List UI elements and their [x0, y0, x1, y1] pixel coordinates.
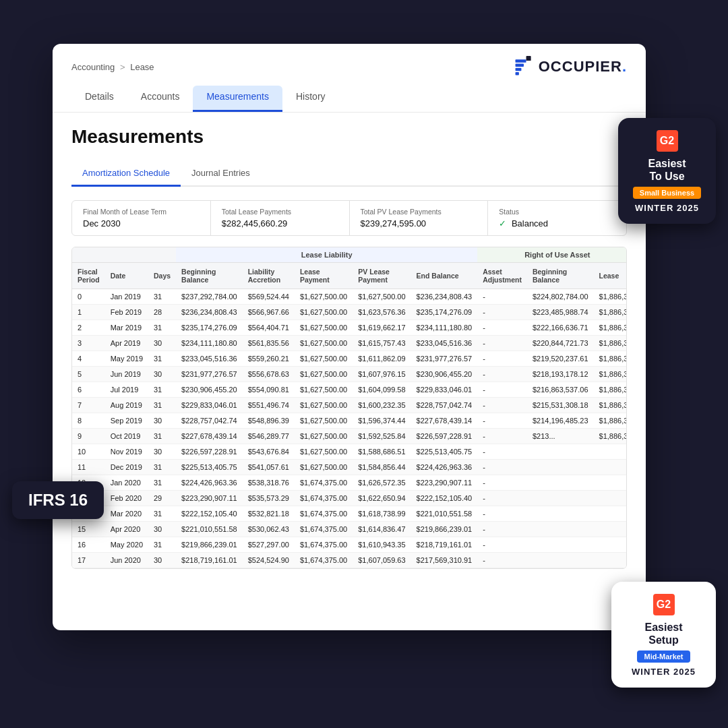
table-cell: $223,290,907.11	[411, 475, 478, 491]
page-title: Measurements	[71, 126, 627, 148]
summary-row: Final Month of Lease Term Dec 2030 Total…	[71, 200, 627, 236]
table-cell: $556,678.63	[243, 367, 295, 382]
table-cell: 5	[72, 367, 105, 382]
breadcrumb-accounting[interactable]: Accounting	[71, 62, 115, 72]
table-cell: -	[477, 305, 527, 320]
summary-lease-term: Final Month of Lease Term Dec 2030	[72, 201, 211, 235]
table-cell: $1,886,31	[594, 289, 627, 305]
table-cell: 30	[148, 336, 176, 351]
table-cell	[594, 491, 627, 506]
table-cell	[594, 506, 627, 522]
table-cell: $227,678,439.14	[176, 429, 243, 444]
table-cell: $217,569,310.91	[411, 553, 478, 568]
card-body: Measurements Amortization Schedule Journ…	[53, 113, 646, 630]
table-cell: -	[477, 351, 527, 367]
table-cell: Apr 2019	[105, 336, 148, 351]
card-header: Accounting > Lease OCCUPIER.	[53, 44, 646, 113]
sub-tab-journal[interactable]: Journal Entries	[181, 162, 261, 187]
col-days: Days	[148, 263, 176, 289]
table-row: 10Nov 201930$226,597,228.91$543,676.84$1…	[72, 444, 627, 460]
table-cell: $236,234,808.43	[411, 289, 478, 305]
table-cell: 15	[72, 522, 105, 537]
tab-bar: Details Accounts Measurements History	[71, 86, 627, 112]
summary-value-status: ✓ Balanced	[499, 218, 615, 229]
table-cell	[527, 460, 594, 475]
table-cell: 30	[148, 522, 176, 537]
g2-badge-easiest-setup: G2 EasiestSetup Mid-Market WINTER 2025	[611, 582, 716, 688]
table-cell: $1,596,374.44	[353, 413, 411, 429]
table-cell: -	[477, 367, 527, 382]
table-cell: 3	[72, 336, 105, 351]
table-cell: $1,627,500.00	[295, 382, 353, 398]
table-cell: -	[477, 522, 527, 537]
summary-label-status: Status	[499, 208, 615, 216]
table-cell: -	[477, 491, 527, 506]
table-row: 17Jun 202030$218,719,161.01$524,524.90$1…	[72, 553, 627, 568]
summary-total-pv: Total PV Lease Payments $239,274,595.00	[350, 201, 489, 235]
table-cell: $222,152,105.40	[411, 491, 478, 506]
table-cell: 31	[148, 429, 176, 444]
table-cell: $566,967.66	[243, 305, 295, 320]
table-cell: $237,292,784.00	[176, 289, 243, 305]
table-section-header-row: Lease Liability Right of Use Asset	[72, 247, 627, 263]
table-cell: $225,513,405.75	[176, 460, 243, 475]
tab-details[interactable]: Details	[71, 86, 127, 112]
col-group-empty	[72, 247, 176, 263]
table-cell: 7	[72, 398, 105, 413]
table-row: 14Mar 202031$222,152,105.40$532,821.18$1…	[72, 506, 627, 522]
main-card: Accounting > Lease OCCUPIER.	[53, 44, 646, 630]
summary-label-total-pv: Total PV Lease Payments	[361, 208, 477, 216]
table-cell: -	[477, 475, 527, 491]
table-cell: $551,496.74	[243, 398, 295, 413]
table-cell: $1,886,31	[594, 382, 627, 398]
table-row: 15Apr 202030$221,010,551.58$530,062.43$1…	[72, 522, 627, 537]
table-cell: $541,057.61	[243, 460, 295, 475]
summary-label-total-lease: Total Lease Payments	[222, 208, 338, 216]
table-row: 1Feb 201928$236,234,808.43$566,967.66$1,…	[72, 305, 627, 320]
table-cell: 31	[148, 475, 176, 491]
table-cell: $1,674,375.00	[295, 475, 353, 491]
table-cell: $1,627,500.00	[295, 336, 353, 351]
table-cell: $1,886,31	[594, 320, 627, 336]
table-row: 3Apr 201930$234,111,180.80$561,835.56$1,…	[72, 336, 627, 351]
summary-value-term: Dec 2030	[83, 218, 200, 229]
table-cell: $234,111,180.80	[411, 320, 478, 336]
svg-rect-1	[515, 64, 523, 67]
table-cell: 31	[148, 320, 176, 336]
amortization-table: Lease Liability Right of Use Asset Fisca…	[71, 247, 627, 569]
tab-accounts[interactable]: Accounts	[127, 86, 193, 112]
table-cell: $1,588,686.51	[353, 444, 411, 460]
table-cell: Dec 2019	[105, 460, 148, 475]
table-cell: 0	[72, 289, 105, 305]
table-cell: $233,045,516.36	[176, 351, 243, 367]
table-cell: $1,886,31	[594, 429, 627, 444]
table-cell: $1,619,662.17	[353, 320, 411, 336]
table-cell: $220,844,721.73	[527, 336, 594, 351]
table-cell: $221,010,551.58	[411, 506, 478, 522]
table-cell: Jun 2020	[105, 553, 148, 568]
table-cell: $234,111,180.80	[176, 336, 243, 351]
col-end-balance: End Balance	[411, 263, 478, 289]
table-cell: -	[477, 413, 527, 429]
table-row: 7Aug 201931$229,833,046.01$551,496.74$1,…	[72, 398, 627, 413]
tab-measurements[interactable]: Measurements	[193, 86, 282, 112]
status-check-icon: ✓	[499, 218, 506, 229]
table-cell: -	[477, 444, 527, 460]
breadcrumb-lease[interactable]: Lease	[130, 62, 154, 72]
table-row: 6Jul 201931$230,906,455.20$554,090.81$1,…	[72, 382, 627, 398]
table-cell: $223,290,907.11	[176, 491, 243, 506]
tab-history[interactable]: History	[282, 86, 339, 112]
breadcrumb: Accounting > Lease	[71, 62, 154, 72]
col-rou-beginning-balance: BeginningBalance	[527, 263, 594, 289]
table-column-header-row: FiscalPeriod Date Days BeginningBalance …	[72, 263, 627, 289]
table-cell: $548,896.39	[243, 413, 295, 429]
table-row: 16May 202031$219,866,239.01$527,297.00$1…	[72, 537, 627, 553]
table-cell: 28	[148, 305, 176, 320]
table-cell: $1,622,650.94	[353, 491, 411, 506]
table-cell	[594, 522, 627, 537]
badge-top-year: WINTER 2025	[635, 203, 699, 213]
table-cell: $1,674,375.00	[295, 522, 353, 537]
sub-tab-amortization[interactable]: Amortization Schedule	[71, 162, 181, 187]
table-row: 5Jun 201930$231,977,276.57$556,678.63$1,…	[72, 367, 627, 382]
table-cell: $219,866,239.01	[176, 537, 243, 553]
